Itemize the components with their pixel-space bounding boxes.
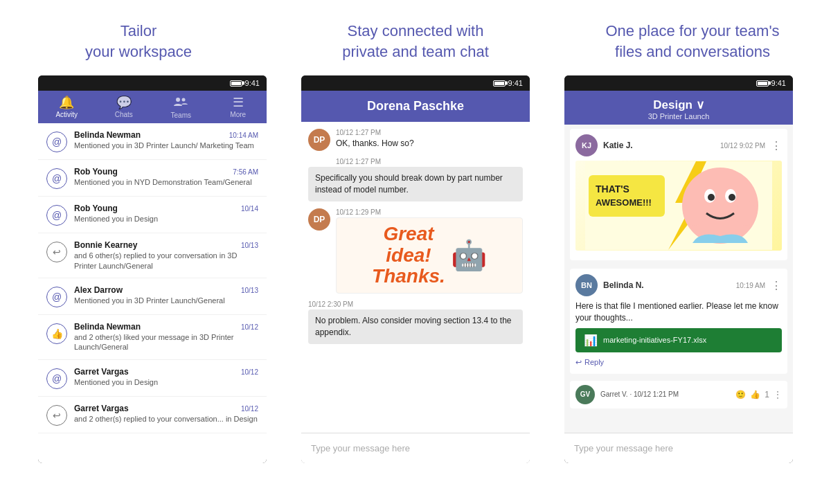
phone3-battery-icon: [756, 80, 769, 87]
phone1-content: @ Belinda Newman 10:14 AM Mentioned you …: [38, 123, 267, 463]
activity-time-6: 10/12: [241, 368, 258, 376]
channel-sub: 3D Printer Launch: [570, 112, 787, 120]
channel-msg-0: KJ Katie J. 10/12 9:02 PM ⋮: [570, 129, 787, 260]
activity-text-4: Alex Darrow 10/13 Mentioned you in 3D Pr…: [74, 285, 258, 305]
activity-text-2: Rob Young 10/14 Mentioned you in Design: [74, 204, 258, 224]
smiley-icon[interactable]: 🙂: [735, 390, 746, 399]
chat-msg-gray-3: 10/12 2:30 PM No problem. Also consider …: [308, 300, 523, 344]
activity-item-5[interactable]: 👍 Belinda Newman 10/12 and 2 other(s) li…: [38, 315, 267, 360]
nav-label-more: More: [230, 111, 246, 118]
nav-item-activity[interactable]: 🔔 Activity: [49, 96, 84, 119]
sender-avatar-1: BN: [575, 274, 598, 296]
phone3-input-bar[interactable]: Type your message here: [564, 433, 793, 463]
phone2-input-bar[interactable]: Type your message here: [301, 433, 530, 463]
phone2: 9:41 Dorena Paschke DP 10/12 1:27 PM OK,…: [301, 75, 530, 463]
chat-name: Dorena Paschke: [367, 99, 464, 113]
activity-icon: 🔔: [59, 96, 74, 109]
mention-icon-1: @: [46, 168, 67, 189]
phone3-bottom-preview: GV Garret V. · 10/12 1:21 PM 🙂 👍 1 ⋮: [564, 378, 793, 411]
chat-bubble-1: Specifically you should break down by pa…: [308, 167, 523, 201]
reply-link[interactable]: ↩ Reply: [575, 357, 782, 368]
more-options-0[interactable]: ⋮: [771, 139, 782, 152]
col1-title-text: Tailoryour workspace: [85, 22, 192, 60]
sticker-text: Greatidea!Thanks.: [372, 224, 445, 287]
phone1-status-bar: 9:41: [38, 75, 267, 91]
col3-title: One place for your team'sfiles and conve…: [589, 21, 796, 62]
svg-text:THAT'S: THAT'S: [596, 183, 629, 195]
phone3-input-placeholder: Type your message here: [574, 443, 673, 453]
sticker-robot: 🤖: [451, 238, 487, 272]
activity-item-4[interactable]: @ Alex Darrow 10/13 Mentioned you in 3D …: [38, 278, 267, 315]
sender-time-1: 10:19 AM: [736, 282, 765, 289]
phone2-battery-icon: [493, 80, 506, 87]
activity-item-1[interactable]: @ Rob Young 7:56 AM Mentioned you in NYD…: [38, 160, 267, 197]
activity-desc-1: Mentioned you in NYD Demonstration Team/…: [74, 177, 258, 187]
channel-image-0: THAT'S AWESOME!!!: [575, 161, 782, 251]
header-row: Tailoryour workspace Stay connected with…: [0, 0, 831, 75]
activity-name-0: Belinda Newman: [74, 130, 141, 140]
activity-text-1: Rob Young 7:56 AM Mentioned you in NYD D…: [74, 167, 258, 187]
col2-title: Stay connected withprivate and team chat: [312, 21, 519, 62]
activity-name-7: Garret Vargas: [74, 404, 129, 413]
activity-time-5: 10/12: [241, 323, 258, 331]
activity-item-2[interactable]: @ Rob Young 10/14 Mentioned you in Desig…: [38, 197, 267, 233]
chats-icon: 💬: [116, 96, 132, 109]
excel-icon: 📊: [584, 334, 598, 347]
activity-desc-0: Mentioned you in 3D Printer Launch/ Mark…: [74, 141, 258, 150]
phones-row: 9:41 🔔 Activity 💬 Chats: [0, 75, 831, 504]
phone2-status-bar: 9:41: [301, 75, 530, 91]
activity-name-5: Belinda Newman: [74, 322, 141, 332]
reply-icon-3: ↩: [46, 242, 67, 262]
svg-rect-11: [589, 175, 665, 217]
ellipsis-icon[interactable]: ⋮: [774, 390, 782, 399]
garret-avatar: GV: [575, 385, 595, 404]
svg-point-8: [729, 194, 735, 201]
activity-item-0[interactable]: @ Belinda Newman 10:14 AM Mentioned you …: [38, 123, 267, 160]
activity-item-7[interactable]: ↩ Garret Vargas 10/12 and 2 other(s) rep…: [38, 397, 267, 433]
nav-item-teams[interactable]: Teams: [163, 96, 198, 119]
mention-icon-2: @: [46, 205, 67, 226]
chat-input-placeholder: Type your message here: [311, 443, 410, 453]
activity-desc-4: Mentioned you in 3D Printer Launch/Gener…: [74, 296, 258, 305]
channel-msg-header-1: BN Belinda N. 10:19 AM ⋮: [575, 274, 782, 296]
thumbsup-icon[interactable]: 👍: [750, 390, 760, 399]
bottom-preview-item[interactable]: GV Garret V. · 10/12 1:21 PM 🙂 👍 1 ⋮: [570, 381, 787, 408]
mention-icon-6: @: [46, 368, 67, 389]
phone3-time: 9:41: [771, 79, 786, 87]
sender-avatar-0: KJ: [575, 134, 598, 156]
channel-msg-header-0: KJ Katie J. 10/12 9:02 PM ⋮: [575, 134, 782, 156]
activity-name-2: Rob Young: [74, 204, 118, 213]
more-icon: ☰: [233, 96, 244, 109]
more-options-1[interactable]: ⋮: [771, 279, 782, 292]
chat-avatar-2: DP: [308, 208, 330, 231]
garret-preview-text: Garret V. · 10/12 1:21 PM: [600, 390, 730, 398]
chat-text-0: OK, thanks. How so?: [336, 138, 523, 150]
chat-time-2: 10/12 1:29 PM: [336, 208, 523, 216]
activity-name-6: Garret Vargas: [74, 367, 129, 377]
chat-bubble-3: No problem. Also consider moving section…: [308, 309, 523, 344]
sticker-area: Greatidea!Thanks. 🤖: [336, 217, 523, 294]
nav-item-more[interactable]: ☰ More: [221, 96, 256, 119]
file-attachment[interactable]: 📊 marketing-initiatives-FY17.xlsx: [575, 328, 782, 352]
activity-text-7: Garret Vargas 10/12 and 2 other(s) repli…: [74, 404, 258, 424]
battery-icon: [230, 80, 242, 87]
activity-item-3[interactable]: ↩ Bonnie Kearney 10/13 and 6 other(s) re…: [38, 233, 267, 278]
activity-desc-2: Mentioned you in Design: [74, 214, 258, 224]
nav-label-activity: Activity: [55, 111, 78, 118]
phone3-status-bar: 9:41: [564, 75, 793, 91]
reply-icon-7: ↩: [46, 405, 67, 426]
phone2-time: 9:41: [508, 79, 523, 87]
mention-icon-0: @: [46, 132, 67, 152]
activity-name-3: Bonnie Kearney: [74, 240, 137, 250]
file-name: marketing-initiatives-FY17.xlsx: [603, 336, 706, 344]
activity-desc-3: and 6 other(s) replied to your conversat…: [74, 251, 258, 271]
activity-text-6: Garret Vargas 10/12 Mentioned you in Des…: [74, 367, 258, 387]
garret-time-val: 10/12 1:21 PM: [634, 390, 679, 398]
svg-point-1: [182, 98, 186, 102]
sender-name-0: Katie J.: [603, 141, 715, 150]
nav-item-chats[interactable]: 💬 Chats: [107, 96, 141, 119]
sender-name-1: Belinda N.: [603, 280, 731, 290]
activity-item-6[interactable]: @ Garret Vargas 10/12 Mentioned you in D…: [38, 360, 267, 397]
activity-time-4: 10/13: [241, 287, 258, 294]
phone3-header: Design ∨ 3D Printer Launch: [564, 91, 793, 125]
